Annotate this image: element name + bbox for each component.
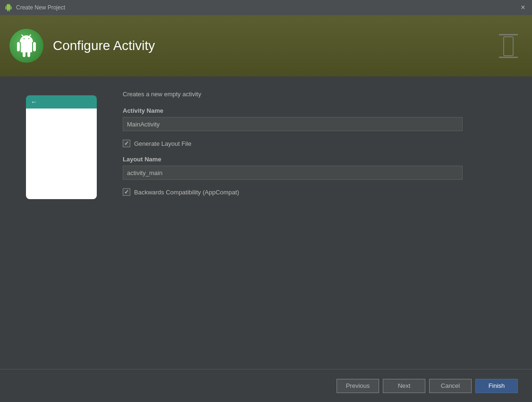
previous-button[interactable]: Previous (337, 379, 379, 393)
backwards-compat-row: Backwards Compatibility (AppCompat) (123, 188, 513, 196)
generate-layout-checkbox[interactable] (123, 140, 130, 147)
finish-button[interactable]: Finish (475, 379, 518, 393)
phone-body (26, 109, 97, 199)
form-description: Creates a new empty activity (123, 91, 513, 98)
main-window: Create New Project × Configure Activity (0, 0, 532, 402)
header: Configure Activity (0, 15, 532, 76)
phone-preview: ← (26, 95, 97, 199)
activity-name-label: Activity Name (123, 107, 513, 114)
layout-name-group: Layout Name (123, 156, 513, 180)
svg-rect-2 (499, 57, 518, 58)
generate-layout-row: Generate Layout File (123, 140, 513, 147)
back-arrow-icon: ← (31, 98, 37, 106)
layout-name-input[interactable] (123, 166, 463, 180)
form-panel: Creates a new empty activity Activity Na… (123, 91, 513, 355)
title-bar: Create New Project × (0, 0, 532, 15)
header-left: Configure Activity (9, 29, 155, 63)
generate-layout-label: Generate Layout File (134, 140, 191, 147)
content: ← Creates a new empty activity Activity … (0, 76, 532, 369)
title-bar-left: Create New Project (5, 4, 65, 11)
android-logo (9, 29, 43, 63)
phone-wireframe-icon (497, 33, 520, 59)
svg-rect-1 (504, 37, 513, 56)
svg-rect-0 (499, 34, 518, 35)
android-logo-icon (15, 34, 38, 57)
close-button[interactable]: × (519, 3, 527, 12)
header-title: Configure Activity (53, 38, 155, 53)
preview-panel: ← (19, 91, 104, 355)
phone-icon (494, 32, 523, 60)
layout-name-label: Layout Name (123, 156, 513, 163)
android-title-icon (5, 4, 12, 11)
backwards-compat-checkbox[interactable] (123, 188, 130, 196)
backwards-compat-label: Backwards Compatibility (AppCompat) (134, 189, 239, 196)
next-button[interactable]: Next (383, 379, 425, 393)
phone-status-bar: ← (26, 95, 97, 109)
cancel-button[interactable]: Cancel (429, 379, 472, 393)
title-bar-text: Create New Project (16, 4, 65, 11)
footer: Previous Next Cancel Finish (0, 369, 532, 402)
activity-name-input[interactable] (123, 117, 463, 131)
activity-name-group: Activity Name (123, 107, 513, 131)
